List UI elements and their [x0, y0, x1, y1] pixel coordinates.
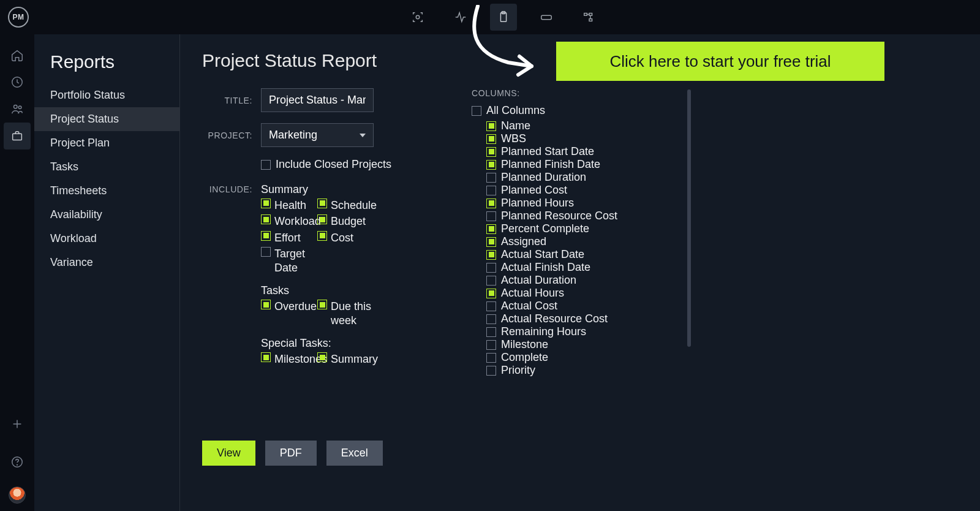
- help-button[interactable]: [4, 449, 31, 475]
- project-select[interactable]: Marketing: [261, 123, 374, 147]
- flow-icon[interactable]: [576, 4, 603, 31]
- checkbox-icon: [317, 214, 327, 224]
- tasks-heading: Tasks: [261, 284, 398, 297]
- all-columns-label: All Columns: [486, 104, 545, 117]
- credit-card-icon[interactable]: [533, 4, 560, 31]
- tasks-item-due-this-week[interactable]: Due this week: [317, 300, 372, 327]
- checkbox-icon: [261, 352, 271, 362]
- excel-button[interactable]: Excel: [326, 441, 383, 466]
- summary-item-effort[interactable]: Effort: [261, 231, 316, 245]
- column-planned-hours[interactable]: Planned Hours: [486, 197, 674, 210]
- add-button[interactable]: [4, 411, 31, 437]
- column-assigned[interactable]: Assigned: [486, 235, 674, 248]
- column-name[interactable]: Name: [486, 119, 674, 132]
- checkbox-icon: [317, 352, 327, 362]
- column-label: Actual Hours: [501, 287, 564, 300]
- column-actual-cost[interactable]: Actual Cost: [486, 300, 674, 312]
- include-label: INCLUDE:: [202, 183, 252, 194]
- column-planned-finish-date[interactable]: Planned Finish Date: [486, 158, 674, 171]
- column-milestone[interactable]: Milestone: [486, 338, 674, 351]
- briefcase-nav[interactable]: [4, 123, 31, 150]
- sidebar-item-project-plan[interactable]: Project Plan: [34, 131, 179, 155]
- include-closed-checkbox[interactable]: Include Closed Projects: [261, 158, 391, 171]
- column-actual-finish-date[interactable]: Actual Finish Date: [486, 261, 674, 274]
- special-item-label: Summary: [331, 352, 378, 366]
- sidebar-item-portfolio-status[interactable]: Portfolio Status: [34, 83, 179, 107]
- icon-rail: [0, 34, 34, 511]
- activity-icon[interactable]: [447, 4, 474, 31]
- reports-sidebar: Reports Portfolio StatusProject StatusPr…: [34, 34, 180, 511]
- pdf-button[interactable]: PDF: [265, 441, 317, 466]
- column-priority[interactable]: Priority: [486, 364, 674, 377]
- column-remaining-hours[interactable]: Remaining Hours: [486, 325, 674, 338]
- summary-item-label: Effort: [274, 231, 301, 245]
- svg-rect-4: [584, 13, 587, 16]
- column-actual-resource-cost[interactable]: Actual Resource Cost: [486, 312, 674, 325]
- main-content: Project Status Report TITLE: PROJECT: Ma…: [180, 34, 980, 511]
- view-button[interactable]: View: [202, 441, 255, 466]
- column-label: Actual Cost: [501, 300, 557, 312]
- avatar[interactable]: [9, 486, 26, 504]
- summary-item-label: Target Date: [274, 247, 316, 274]
- sidebar-item-timesheets[interactable]: Timesheets: [34, 179, 179, 203]
- sidebar-item-tasks[interactable]: Tasks: [34, 155, 179, 179]
- svg-rect-10: [13, 134, 22, 140]
- column-actual-hours[interactable]: Actual Hours: [486, 287, 674, 300]
- column-planned-resource-cost[interactable]: Planned Resource Cost: [486, 210, 674, 222]
- include-closed-label: Include Closed Projects: [276, 158, 391, 171]
- column-planned-start-date[interactable]: Planned Start Date: [486, 145, 674, 158]
- tasks-item-label: Overdue: [274, 300, 317, 314]
- cta-banner[interactable]: Click here to start your free trial: [556, 42, 884, 81]
- checkbox-icon: [486, 366, 496, 376]
- special-item-milestones[interactable]: Milestones: [261, 352, 316, 366]
- column-label: Percent Complete: [501, 222, 589, 235]
- project-select-value: Marketing: [269, 129, 317, 142]
- all-columns-checkbox[interactable]: All Columns: [472, 104, 674, 117]
- special-heading: Special Tasks:: [261, 337, 398, 350]
- sidebar-item-project-status[interactable]: Project Status: [34, 107, 179, 131]
- column-planned-duration[interactable]: Planned Duration: [486, 171, 674, 184]
- summary-item-label: Schedule: [331, 199, 377, 213]
- column-label: Name: [501, 119, 530, 132]
- summary-item-label: Health: [274, 199, 306, 213]
- people-nav[interactable]: [4, 96, 31, 123]
- summary-item-health[interactable]: Health: [261, 199, 316, 213]
- clock-nav[interactable]: [4, 69, 31, 96]
- checkbox-icon: [261, 300, 271, 309]
- checkbox-icon: [486, 147, 496, 157]
- checkbox-icon: [472, 106, 481, 116]
- column-actual-start-date[interactable]: Actual Start Date: [486, 248, 674, 261]
- summary-item-workload[interactable]: Workload: [261, 214, 316, 229]
- checkbox-icon: [486, 276, 496, 286]
- top-toolbar: PM: [0, 0, 980, 34]
- home-nav[interactable]: [4, 42, 31, 69]
- sidebar-item-availability[interactable]: Availability: [34, 203, 179, 227]
- tasks-item-overdue[interactable]: Overdue: [261, 300, 316, 327]
- column-wbs[interactable]: WBS: [486, 132, 674, 145]
- summary-item-cost[interactable]: Cost: [317, 231, 372, 245]
- column-planned-cost[interactable]: Planned Cost: [486, 184, 674, 197]
- title-input[interactable]: [261, 88, 374, 112]
- column-complete[interactable]: Complete: [486, 351, 674, 364]
- checkbox-icon: [317, 231, 327, 241]
- summary-item-schedule[interactable]: Schedule: [317, 199, 372, 213]
- project-label: PROJECT:: [202, 131, 252, 140]
- summary-item-budget[interactable]: Budget: [317, 214, 372, 229]
- columns-scrollbar[interactable]: [687, 89, 691, 420]
- checkbox-icon: [486, 327, 496, 337]
- column-percent-complete[interactable]: Percent Complete: [486, 222, 674, 235]
- checkbox-icon: [486, 224, 496, 234]
- sidebar-item-workload[interactable]: Workload: [34, 227, 179, 251]
- checkbox-icon: [486, 160, 496, 170]
- summary-item-label: Budget: [331, 214, 366, 229]
- special-item-summary[interactable]: Summary: [317, 352, 372, 366]
- scan-icon[interactable]: [404, 4, 431, 31]
- column-actual-duration[interactable]: Actual Duration: [486, 274, 674, 287]
- checkbox-icon: [486, 353, 496, 363]
- clipboard-icon[interactable]: [490, 4, 517, 31]
- sidebar-item-variance[interactable]: Variance: [34, 251, 179, 274]
- svg-point-8: [14, 105, 18, 109]
- summary-item-target-date[interactable]: Target Date: [261, 247, 316, 274]
- checkbox-icon: [486, 340, 496, 350]
- logo[interactable]: PM: [8, 7, 29, 28]
